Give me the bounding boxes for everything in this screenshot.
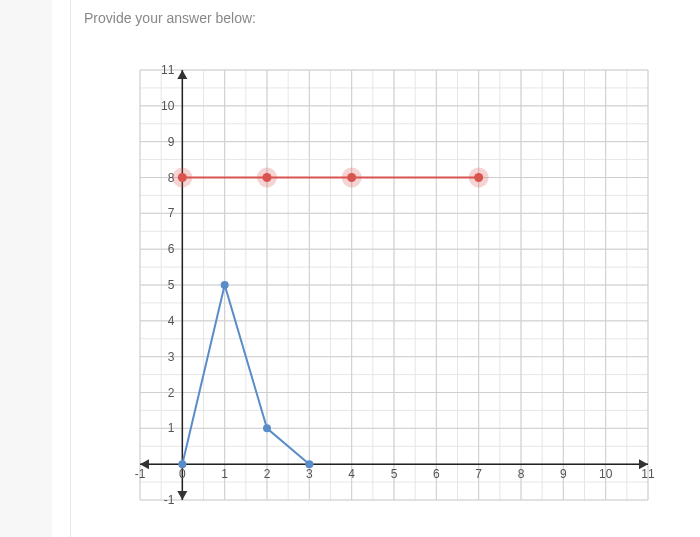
data-point	[263, 424, 271, 432]
data-point	[178, 460, 186, 468]
y-tick-label: 3	[168, 350, 175, 364]
y-tick-label: -1	[164, 493, 175, 507]
x-tick-label: 8	[518, 467, 525, 481]
x-tick-label: 5	[391, 467, 398, 481]
data-point[interactable]	[178, 173, 187, 182]
x-tick-label: 7	[475, 467, 482, 481]
data-point	[221, 281, 229, 289]
svg-marker-80	[177, 70, 187, 79]
left-margin-panel	[0, 0, 52, 537]
data-point[interactable]	[474, 173, 483, 182]
chart-container: -101234567891011-11234567891011	[92, 60, 662, 530]
y-tick-label: 5	[168, 278, 175, 292]
data-point[interactable]	[263, 173, 272, 182]
y-tick-label: 4	[168, 314, 175, 328]
y-tick-label: 2	[168, 386, 175, 400]
x-tick-label: 6	[433, 467, 440, 481]
y-tick-label: 7	[168, 206, 175, 220]
x-tick-label: -1	[135, 467, 146, 481]
x-tick-label: 4	[348, 467, 355, 481]
x-tick-label: 10	[599, 467, 613, 481]
x-tick-label: 0	[179, 467, 186, 481]
x-tick-label: 9	[560, 467, 567, 481]
question-prompt: Provide your answer below:	[84, 10, 700, 26]
vertical-divider	[70, 0, 71, 537]
y-tick-label: 9	[168, 135, 175, 149]
data-point[interactable]	[347, 173, 356, 182]
x-tick-label: 1	[221, 467, 228, 481]
x-tick-label: 3	[306, 467, 313, 481]
chart-svg[interactable]: -101234567891011-11234567891011	[92, 60, 662, 530]
x-tick-label: 11	[641, 467, 655, 481]
y-tick-label: 6	[168, 242, 175, 256]
svg-marker-81	[177, 491, 187, 500]
y-tick-label: 11	[161, 63, 175, 77]
y-tick-label: 1	[168, 421, 175, 435]
x-tick-label: 2	[264, 467, 271, 481]
data-point	[305, 460, 313, 468]
y-tick-label: 10	[161, 99, 175, 113]
